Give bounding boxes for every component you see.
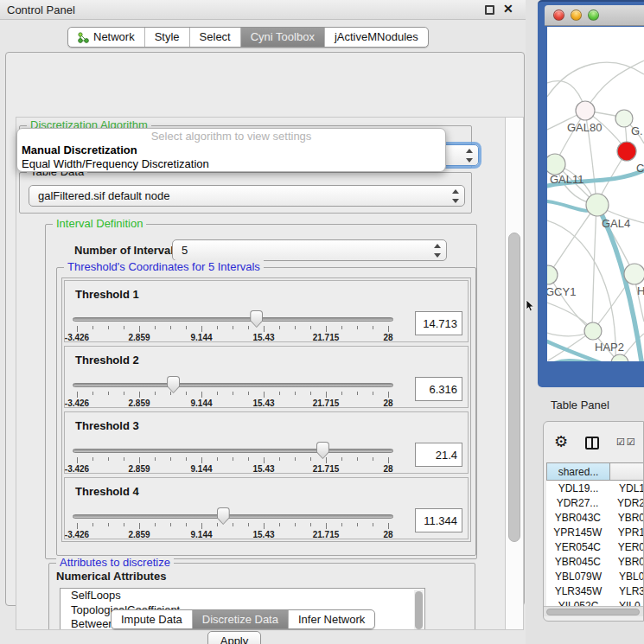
slider-tick [217,523,218,526]
table-hscrollbar-thumb[interactable] [546,609,640,615]
network-node[interactable] [584,322,602,340]
tab-style[interactable]: Style [145,28,190,47]
network-edge[interactable] [592,205,596,329]
slider-tick [373,523,373,526]
slider-tick-label: 15.43 [245,399,283,408]
threshold-slider[interactable]: -3.4262.8599.14415.4321.71528 [70,312,399,341]
table-row[interactable]: YDR27...YDR2 [546,495,644,510]
slider-tick-label: 2.859 [120,530,158,539]
slider-tick [170,523,171,526]
table-row[interactable]: YBR045CYBR0 [546,554,644,569]
slider-thumb[interactable] [167,376,180,393]
threshold-label: Threshold 2 [75,354,139,367]
slider-tick [295,523,296,526]
threshold-value-field[interactable]: 11.344 [415,508,462,532]
slider-tick-label: 28 [369,530,407,539]
tab-network[interactable]: Network [68,28,145,47]
tab-infer-network[interactable]: Infer Network [289,610,374,628]
table-row[interactable]: YER054CYER0 [546,539,644,554]
algorithm-option-manual[interactable]: Manual Discretization [17,143,445,157]
network-node[interactable] [586,194,609,216]
slider-tick-label: 9.144 [182,333,220,342]
slider-tick [155,523,156,526]
network-node[interactable] [547,265,558,284]
attribute-list-item[interactable]: SelfLoops [61,589,424,603]
slider-tick [217,457,218,461]
slider-thumb[interactable] [250,310,263,328]
network-node-label: GAL80 [567,121,602,134]
threshold-slider[interactable]: -3.4262.8599.14415.4321.71528 [70,443,399,473]
tab-impute-data[interactable]: Impute Data [112,610,193,628]
tab-discretize-data[interactable]: Discretize Data [193,610,289,628]
table-row[interactable]: YBR043CYBR0 [546,510,644,525]
apply-button[interactable]: Apply [207,631,261,644]
threshold-slider[interactable]: -3.4262.8599.14415.4321.71528 [70,378,399,407]
threshold-value-field[interactable]: 6.316 [415,377,462,401]
slider-tick [279,392,280,395]
minimize-traffic-light-icon[interactable] [571,10,582,21]
slider-tick [92,523,93,526]
slider-tick [279,523,280,526]
slider-thumb[interactable] [217,507,230,525]
tab-select[interactable]: Select [190,28,241,47]
slider-tick [357,392,358,395]
select-columns-icon[interactable]: ☑☑ [616,437,637,448]
number-of-intervals-combobox[interactable]: 5 [172,239,447,261]
slider-tick [139,326,140,332]
attributes-list-scrollbar[interactable] [414,590,424,630]
network-node[interactable] [617,142,636,161]
table-horizontal-scrollbar[interactable] [544,606,644,616]
column-header-name[interactable]: n [609,462,644,481]
slider-track[interactable] [73,514,393,519]
network-edge[interactable] [549,205,596,274]
tab-jactivemnodules[interactable]: jActiveMNodules [325,28,428,47]
slider-tick-label: -3.426 [58,333,96,342]
slider-tick [248,326,249,329]
cell-name: YDL1 [610,482,644,494]
threshold-label: Threshold 3 [75,419,139,432]
settings-vertical-scrollbar[interactable] [505,117,524,630]
threshold-value-field[interactable]: 14.713 [415,311,462,335]
slider-tick-label: 15.43 [245,530,283,539]
attributes-scrollbar-thumb[interactable] [415,591,423,629]
close-traffic-light-icon[interactable] [553,10,564,21]
network-node[interactable] [624,264,644,284]
slider-thumb[interactable] [316,442,329,459]
network-node[interactable] [611,354,628,361]
network-edge[interactable] [547,332,590,336]
close-icon[interactable]: ✕ [503,2,513,16]
split-columns-icon[interactable] [585,437,599,450]
threshold-slider[interactable]: -3.4262.8599.14415.4321.71528 [70,509,399,539]
slider-tick [201,457,202,463]
column-header-shared-name[interactable]: shared... [546,462,610,481]
slider-tick-label: -3.426 [58,464,96,474]
slider-track[interactable] [73,449,393,453]
network-node-label: HAP2 [595,341,624,354]
table-row[interactable]: YLR345WYLR3 [546,583,644,598]
settings-scrollbar-thumb[interactable] [508,233,520,542]
table-row[interactable]: YDL19...YDL1 [546,481,644,495]
zoom-traffic-light-icon[interactable] [588,10,599,21]
slider-tick [264,523,265,529]
tab-cyni-toolbox[interactable]: Cyni Toolbox [241,28,325,47]
slider-tick [295,392,296,395]
float-window-icon[interactable] [485,5,494,15]
network-window-titlebar[interactable] [545,5,644,26]
slider-track[interactable] [73,317,393,322]
network-node[interactable] [576,101,595,120]
slider-track[interactable] [73,383,393,387]
network-node[interactable] [615,110,633,127]
network-edge[interactable] [585,61,644,111]
slider-tick [279,457,280,461]
table-data-combobox[interactable]: galFiltered.sif default node [29,185,465,207]
gear-icon[interactable]: ⚙ [554,432,568,451]
control-panel-tabbar: Network Style Select Cyni Toolbox jActiv… [67,27,429,48]
table-row[interactable]: YBL079WYBL0 [546,569,644,583]
cell-name: YBR0 [609,556,644,568]
threshold-value-field[interactable]: 21.4 [415,443,462,467]
table-row[interactable]: YPR145WYPR1 [546,525,644,539]
network-node[interactable] [547,154,565,175]
network-canvas[interactable]: GAL80G.CGAL11GAL4GCY1HHAP2 [547,27,644,361]
slider-tick [326,523,327,529]
algorithm-option-equal-width[interactable]: Equal Width/Frequency Discretization [17,157,445,171]
